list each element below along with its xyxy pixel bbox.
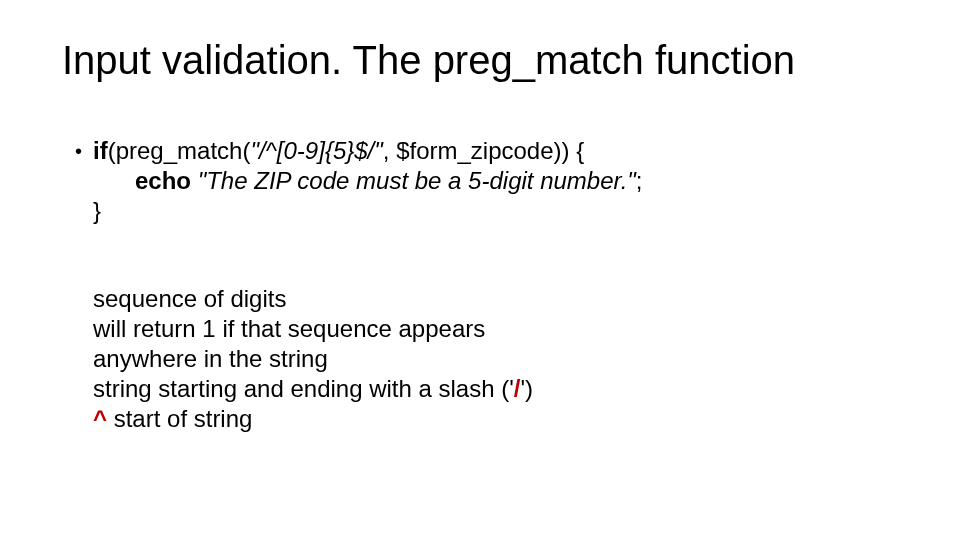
regex-pattern: "/^[0-9]{5}$/" — [250, 137, 382, 164]
caret-symbol: ^ — [93, 405, 107, 432]
note-line: ^ start of string — [93, 404, 642, 434]
note-text: start of string — [107, 405, 252, 432]
code-block: • if(preg_match("/^[0-9]{5}$/", $form_zi… — [75, 136, 642, 226]
note-line: will return 1 if that sequence appears — [93, 314, 642, 344]
note-line: anywhere in the string — [93, 344, 642, 374]
code-text: (preg_match( — [108, 137, 251, 164]
keyword-if: if — [93, 137, 108, 164]
note-line: string starting and ending with a slash … — [93, 374, 642, 404]
note-text: string starting and ending with a slash … — [93, 375, 514, 402]
code-lines: if(preg_match("/^[0-9]{5}$/", $form_zipc… — [93, 136, 642, 226]
code-line-echo: echo "The ZIP code must be a 5-digit num… — [135, 166, 642, 196]
code-text: , $form_zipcode)) { — [383, 137, 584, 164]
slide: Input validation. The preg_match functio… — [0, 0, 960, 540]
notes-block: sequence of digits will return 1 if that… — [93, 284, 642, 434]
slide-title: Input validation. The preg_match functio… — [62, 38, 795, 83]
echo-string: "The ZIP code must be a 5-digit number." — [191, 167, 636, 194]
code-line-close: } — [93, 196, 642, 226]
note-text: ') — [520, 375, 533, 402]
code-line-if: if(preg_match("/^[0-9]{5}$/", $form_zipc… — [93, 136, 642, 166]
code-text: ; — [636, 167, 643, 194]
keyword-echo: echo — [135, 167, 191, 194]
note-line: sequence of digits — [93, 284, 642, 314]
bullet-dot: • — [75, 136, 93, 166]
slide-body: • if(preg_match("/^[0-9]{5}$/", $form_zi… — [75, 136, 642, 434]
